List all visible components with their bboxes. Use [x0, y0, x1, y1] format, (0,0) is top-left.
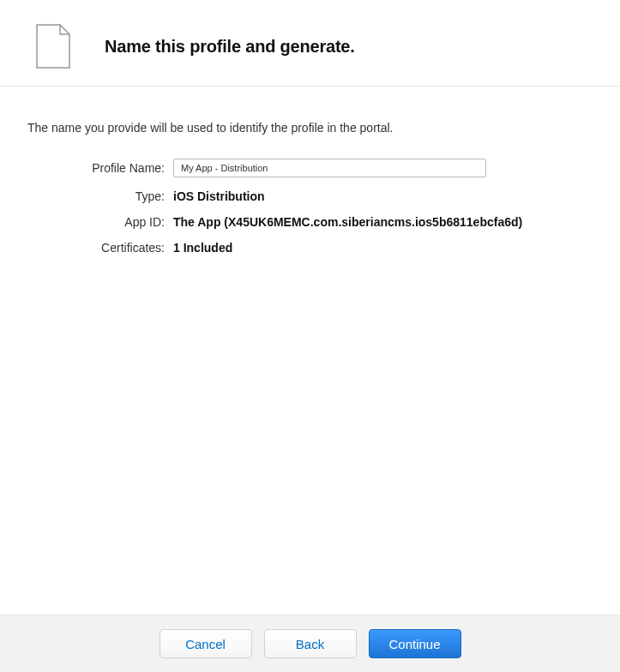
app-id-label: App ID:	[27, 215, 165, 229]
certificates-value: 1 Included	[173, 241, 232, 255]
continue-button[interactable]: Continue	[369, 629, 461, 658]
certificates-row: Certificates: 1 Included	[27, 241, 593, 255]
app-id-value: The App (X45UK6MEMC.com.siberiancms.ios5…	[173, 215, 522, 229]
profile-name-label: Profile Name:	[27, 161, 165, 175]
header-section: Name this profile and generate.	[0, 0, 620, 87]
certificates-label: Certificates:	[27, 241, 165, 255]
app-id-row: App ID: The App (X45UK6MEMC.com.siberian…	[27, 215, 593, 229]
form-section: Profile Name: Type: iOS Distribution App…	[27, 159, 593, 255]
page-title: Name this profile and generate.	[105, 37, 355, 57]
type-row: Type: iOS Distribution	[27, 189, 593, 203]
document-icon	[36, 24, 70, 69]
footer-bar: Cancel Back Continue	[0, 615, 620, 672]
profile-name-row: Profile Name:	[27, 159, 593, 177]
description-text: The name you provide will be used to ide…	[27, 121, 593, 135]
profile-name-input[interactable]	[173, 159, 486, 177]
back-button[interactable]: Back	[264, 629, 357, 658]
cancel-button[interactable]: Cancel	[160, 629, 252, 658]
type-value: iOS Distribution	[173, 189, 265, 203]
type-label: Type:	[27, 189, 165, 203]
main-content: The name you provide will be used to ide…	[0, 87, 620, 272]
